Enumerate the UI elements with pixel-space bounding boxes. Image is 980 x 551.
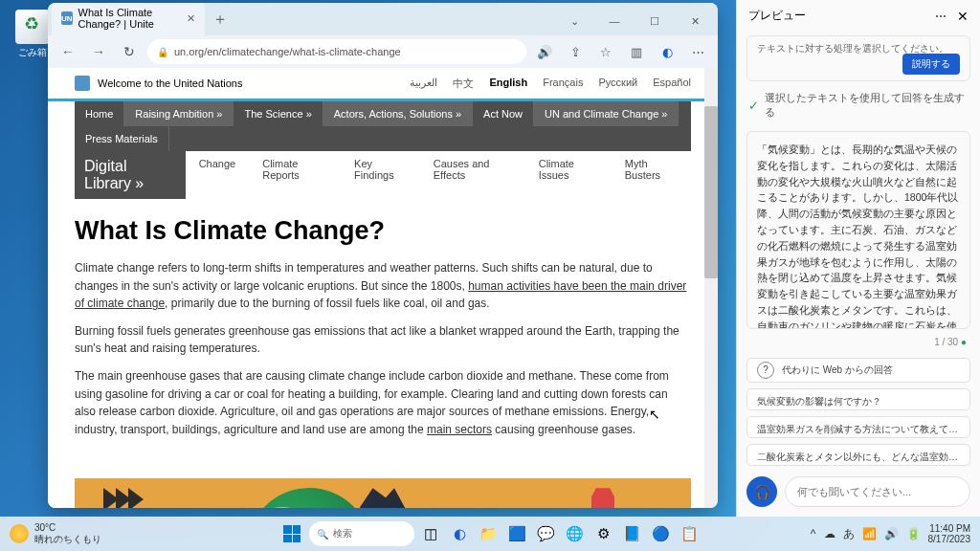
copilot-close-icon[interactable]: ✕ — [957, 9, 969, 24]
system-tray: ^ ☁ あ 📶 🔊 🔋 11:40 PM 8/17/2023 — [811, 523, 970, 545]
clock-time: 11:40 PM — [928, 523, 971, 535]
tab-bar: UN What Is Climate Change? | Unite ✕ ＋ ⌄… — [48, 3, 718, 35]
un-logo-icon[interactable] — [75, 76, 90, 91]
lang-es[interactable]: Español — [653, 77, 691, 91]
clock[interactable]: 11:40 PM 8/17/2023 — [928, 523, 971, 545]
copilot-input[interactable] — [785, 476, 970, 507]
taskbar-center: 🔍検索 ◫ ◐ 📁 🟦 💬 🌐 ⚙ 📘 🔵 📋 — [278, 520, 702, 547]
app-icon-1[interactable]: 🟦 — [504, 521, 529, 546]
nav-digital-library[interactable]: Digital Library » — [75, 151, 186, 199]
copilot-icon[interactable]: ◐ — [655, 39, 679, 64]
check-icon: ✓ — [748, 99, 759, 113]
copilot-panel: プレビュー ⋯ ✕ テキストに対する処理を選択してください。 説明する ✓ 選択… — [736, 0, 980, 517]
weather-desc: 晴れのちくもり — [34, 533, 101, 546]
nav-press[interactable]: Press Materials — [75, 126, 169, 151]
copilot-checkbox-row[interactable]: ✓ 選択したテキストを使用して回答を生成する — [748, 91, 969, 120]
link-main-sectors[interactable]: main sectors — [427, 423, 492, 436]
sun-icon — [10, 524, 29, 543]
recycle-bin-label: ごみ箱 — [15, 46, 50, 59]
chevron-icon — [103, 488, 141, 508]
collections-icon[interactable]: ▥ — [624, 39, 649, 64]
nav-reports[interactable]: Climate Reports — [249, 151, 341, 199]
volume-icon[interactable]: 🔊 — [884, 527, 899, 540]
taskbar: 30°C 晴れのちくもり 🔍検索 ◫ ◐ 📁 🟦 💬 🌐 ⚙ 📘 🔵 📋 ^ ☁… — [0, 517, 980, 551]
explain-button[interactable]: 説明する — [902, 54, 960, 75]
nav-back-button[interactable]: ← — [56, 39, 80, 64]
task-view-icon[interactable]: ◫ — [418, 521, 443, 546]
clock-date: 8/17/2023 — [928, 534, 971, 545]
welcome-text: Welcome to the United Nations — [98, 77, 242, 89]
app-icon-4[interactable]: 📘 — [619, 521, 644, 546]
window-minimize-button[interactable]: — — [595, 7, 634, 35]
app-icon-3[interactable]: ⚙ — [590, 521, 615, 546]
favorite-icon[interactable]: ☆ — [593, 39, 618, 64]
address-bar: ← → ↻ 🔒 un.org/en/climatechange/what-is-… — [48, 35, 718, 68]
suggest-web[interactable]: ? 代わりに Web からの回答 — [746, 358, 970, 383]
suggest-2[interactable]: 温室効果ガスを削減する方法について教えてく... — [746, 416, 970, 438]
site-topbar: Welcome to the United Nations العربية 中文… — [48, 68, 718, 101]
copilot-taskbar-icon[interactable]: ◐ — [447, 521, 472, 546]
nav-science[interactable]: The Science » — [234, 101, 323, 126]
nav-issues[interactable]: Climate Issues — [525, 151, 612, 199]
scrollbar-thumb[interactable] — [704, 106, 718, 278]
lock-icon: 🔒 — [157, 47, 168, 57]
window-close-button[interactable]: ✕ — [676, 7, 714, 35]
nav-myth[interactable]: Myth Busters — [612, 151, 691, 199]
secondary-nav: Digital Library » Change Climate Reports… — [75, 151, 691, 199]
nav-actors[interactable]: Actors, Actions, Solutions » — [323, 101, 473, 126]
nav-findings[interactable]: Key Findings — [341, 151, 420, 199]
nav-change[interactable]: Change — [186, 151, 250, 199]
window-maximize-button[interactable]: ☐ — [635, 7, 674, 35]
onedrive-icon[interactable]: ☁ — [824, 527, 835, 540]
chrome-icon[interactable]: 🔵 — [648, 521, 673, 546]
window-dropdown-icon[interactable]: ⌄ — [555, 7, 593, 35]
copilot-more-icon[interactable]: ⋯ — [935, 10, 947, 23]
taskbar-search[interactable]: 🔍検索 — [309, 521, 414, 546]
question-icon: ? — [757, 362, 774, 379]
cursor-icon: ↖ — [649, 407, 660, 422]
copilot-title: プレビュー — [748, 8, 806, 24]
mic-icon[interactable]: 🎧 — [746, 476, 777, 507]
search-icon: 🔍 — [317, 529, 328, 540]
weather-widget[interactable]: 30°C 晴れのちくもり — [10, 522, 101, 546]
url-text: un.org/en/climatechange/what-is-climate-… — [174, 46, 401, 57]
app-icon-5[interactable]: 📋 — [677, 521, 702, 546]
lang-ru[interactable]: Русский — [598, 77, 637, 91]
ime-icon[interactable]: あ — [843, 526, 855, 542]
explorer-icon[interactable]: 📁 — [476, 521, 501, 546]
nav-uncc[interactable]: UN and Climate Change » — [534, 101, 679, 126]
start-button[interactable] — [278, 520, 305, 547]
tab-title: What Is Climate Change? | Unite — [78, 7, 177, 30]
menu-icon[interactable]: ⋯ — [685, 39, 710, 64]
tab-close-icon[interactable]: ✕ — [187, 12, 195, 25]
nav-causes[interactable]: Causes and Effects — [420, 151, 525, 199]
lang-ar[interactable]: العربية — [410, 77, 437, 91]
url-field[interactable]: 🔒 un.org/en/climatechange/what-is-climat… — [147, 39, 526, 64]
nav-refresh-button[interactable]: ↻ — [117, 39, 142, 64]
nav-act[interactable]: Act Now — [473, 101, 534, 126]
copilot-answer: 「気候変動」とは、長期的な気温や天候の変化を指します。これらの変化は、太陽活動の… — [746, 131, 970, 329]
scrollbar[interactable] — [704, 68, 718, 508]
tray-chevron-icon[interactable]: ^ — [811, 527, 816, 540]
share-icon[interactable]: ⇪ — [563, 39, 588, 64]
copilot-header: プレビュー ⋯ ✕ — [737, 0, 980, 32]
recycle-bin[interactable]: ごみ箱 — [15, 10, 50, 59]
battery-icon[interactable]: 🔋 — [906, 527, 921, 540]
lang-fr[interactable]: Français — [543, 77, 583, 91]
browser-window: UN What Is Climate Change? | Unite ✕ ＋ ⌄… — [48, 3, 718, 508]
checkbox-label: 選択したテキストを使用して回答を生成する — [765, 91, 969, 120]
read-aloud-icon[interactable]: 🔊 — [532, 39, 557, 64]
suggest-1[interactable]: 気候変動の影響は何ですか？ — [746, 388, 970, 410]
nav-forward-button[interactable]: → — [86, 39, 111, 64]
app-icon-2[interactable]: 💬 — [533, 521, 558, 546]
nav-raising[interactable]: Raising Ambition » — [124, 101, 234, 126]
tab-add-button[interactable]: ＋ — [205, 4, 235, 35]
wifi-icon[interactable]: 📶 — [862, 527, 877, 540]
lang-zh[interactable]: 中文 — [453, 77, 474, 91]
nav-home[interactable]: Home — [75, 101, 124, 126]
page-content: Welcome to the United Nations العربية 中文… — [48, 68, 718, 508]
suggest-3[interactable]: 二酸化炭素とメタン以外にも、どんな温室効果... — [746, 444, 970, 466]
browser-tab[interactable]: UN What Is Climate Change? | Unite ✕ — [52, 3, 205, 35]
lang-en[interactable]: English — [489, 77, 527, 91]
edge-icon[interactable]: 🌐 — [562, 521, 587, 546]
